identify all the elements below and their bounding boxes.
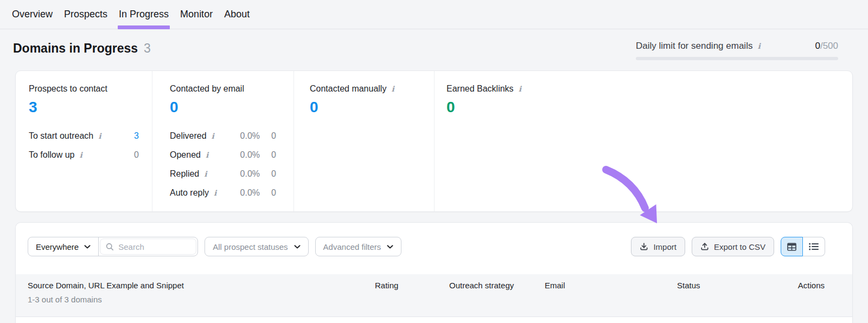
upload-icon <box>700 242 709 251</box>
import-button[interactable]: Import <box>631 237 685 256</box>
chevron-down-icon <box>387 245 393 249</box>
active-tab-indicator <box>118 25 170 29</box>
tab-prospects[interactable]: Prospects <box>64 0 107 29</box>
stat-contacted-by-email: Contacted by email 0 Deliveredi 0.0%0 Op… <box>152 71 294 211</box>
domains-table-card: Everywhere All prospect statuses Advance… <box>15 222 853 323</box>
stat-row-label: To start outreach <box>29 131 93 141</box>
advanced-filters-value: Advanced filters <box>323 242 381 251</box>
info-icon[interactable]: i <box>757 42 760 50</box>
scope-dropdown[interactable]: Everywhere <box>28 237 98 256</box>
stat-prospects-to-contact: Prospects to contact 3 To start outreach… <box>16 71 152 211</box>
list-view-icon <box>809 243 819 250</box>
stat-row-label: To follow up <box>29 150 75 160</box>
stat-row-count: 0 <box>260 188 276 198</box>
toolbar-actions: Import Export to CSV <box>631 237 825 256</box>
list-view-toggle[interactable] <box>803 237 825 256</box>
stat-title: Contacted manually <box>310 84 386 94</box>
stat-row-label: Auto reply <box>170 188 209 198</box>
column-outreach-strategy: Outreach strategy <box>449 281 545 316</box>
daily-limit-value: 0/500 <box>815 41 838 51</box>
search-box <box>100 238 196 255</box>
stat-row-value: 0 <box>123 150 139 160</box>
scope-dropdown-value: Everywhere <box>36 242 79 251</box>
stat-value: 0 <box>170 99 276 116</box>
stat-row-auto-reply: Auto replyi 0.0%0 <box>170 183 276 202</box>
column-email: Email <box>545 281 677 316</box>
tab-label: Overview <box>12 9 53 20</box>
stat-row-pct: 0.0% <box>232 150 260 160</box>
page-header: Domains in Progress 3 <box>13 41 151 56</box>
column-actions: Actions <box>797 281 825 316</box>
stat-row-label: Replied <box>170 169 199 179</box>
stats-card: Prospects to contact 3 To start outreach… <box>15 70 853 212</box>
stat-value: 0 <box>446 99 839 116</box>
column-rating: Rating <box>375 281 449 316</box>
table-toolbar: Everywhere All prospect statuses Advance… <box>16 223 852 256</box>
daily-limit-total: /500 <box>820 41 838 51</box>
daily-limit-label: Daily limit for sending emails <box>636 41 752 51</box>
info-icon[interactable]: i <box>80 151 82 159</box>
prospect-status-filter-value: All prospect statuses <box>213 242 288 251</box>
top-nav: Overview Prospects In Progress Monitor A… <box>0 0 868 29</box>
stat-row-label: Opened <box>170 150 201 160</box>
search-input[interactable] <box>118 242 189 251</box>
stat-title: Prospects to contact <box>29 84 107 94</box>
tab-label: Monitor <box>180 9 213 20</box>
stat-row-pct: 0.0% <box>232 188 260 198</box>
export-to-csv-button[interactable]: Export to CSV <box>692 237 774 256</box>
info-icon[interactable]: i <box>519 85 521 93</box>
stat-row-opened: Openedi 0.0%0 <box>170 145 276 164</box>
daily-limit-progress-bar <box>636 57 838 60</box>
stat-row-pct: 0.0% <box>232 169 260 179</box>
stat-earned-backlinks: Earned Backlinksi 0 <box>435 71 852 211</box>
stat-row-count: 0 <box>260 131 276 141</box>
search-scope-group: Everywhere <box>28 237 198 256</box>
info-icon[interactable]: i <box>98 132 101 140</box>
tab-overview[interactable]: Overview <box>12 0 53 29</box>
column-source-domain: Source Domain, URL Example and Snippet <box>28 281 375 290</box>
stat-row-value[interactable]: 3 <box>123 131 139 141</box>
chevron-down-icon <box>84 245 91 249</box>
table-view-toggle-selected[interactable] <box>781 237 803 256</box>
info-icon[interactable]: i <box>212 132 214 140</box>
divider <box>98 237 99 256</box>
info-icon[interactable]: i <box>214 189 216 197</box>
stat-row-count: 0 <box>260 169 276 179</box>
stat-value: 0 <box>310 99 421 116</box>
stat-row-pct: 0.0% <box>232 131 260 141</box>
page-title: Domains in Progress <box>13 41 138 56</box>
stat-row-count: 0 <box>260 150 276 160</box>
page-title-count: 3 <box>144 41 151 56</box>
tab-monitor[interactable]: Monitor <box>180 0 213 29</box>
prospect-status-filter-dropdown[interactable]: All prospect statuses <box>205 237 308 256</box>
stat-row-replied: Repliedi 0.0%0 <box>170 164 276 183</box>
stat-row-to-start-outreach: To start outreachi 3 <box>29 126 139 145</box>
tab-about[interactable]: About <box>224 0 250 29</box>
tab-label: About <box>224 9 250 20</box>
daily-limit-widget: Daily limit for sending emails i 0/500 <box>636 41 838 60</box>
download-icon <box>640 242 648 251</box>
tab-label: In Progress <box>119 9 169 20</box>
advanced-filters-dropdown[interactable]: Advanced filters <box>315 237 402 256</box>
chevron-down-icon <box>294 245 301 249</box>
search-icon <box>106 243 114 251</box>
import-button-label: Import <box>653 242 676 251</box>
stat-row-label: Delivered <box>170 131 207 141</box>
tab-in-progress[interactable]: In Progress <box>119 0 169 29</box>
stat-value: 3 <box>29 99 139 116</box>
daily-limit-used: 0 <box>815 41 820 51</box>
stat-title: Earned Backlinks <box>446 84 514 94</box>
table-summary: 1-3 out of 3 domains <box>28 295 375 304</box>
table-view-icon <box>787 243 796 251</box>
info-icon[interactable]: i <box>204 170 207 178</box>
table-header: Source Domain, URL Example and Snippet 1… <box>16 274 852 317</box>
tab-label: Prospects <box>64 9 107 20</box>
info-icon[interactable]: i <box>391 85 394 93</box>
info-icon[interactable]: i <box>206 151 208 159</box>
stat-title: Contacted by email <box>170 84 244 94</box>
column-status: Status <box>677 281 797 316</box>
stat-contacted-manually: Contacted manuallyi 0 <box>294 71 435 211</box>
stat-row-delivered: Deliveredi 0.0%0 <box>170 126 276 145</box>
stat-row-to-follow-up: To follow upi 0 <box>29 145 139 164</box>
export-to-csv-button-label: Export to CSV <box>714 242 765 251</box>
